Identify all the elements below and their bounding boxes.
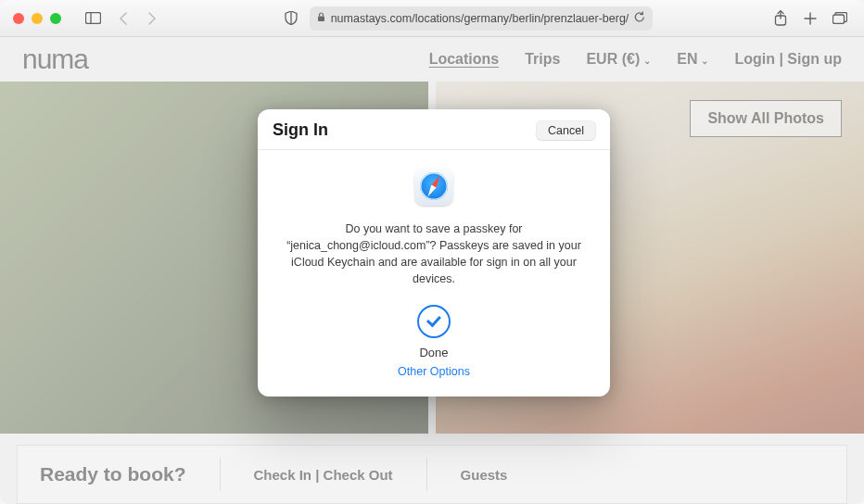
- dialog-header: Sign In Cancel: [258, 109, 610, 150]
- fullscreen-window-icon[interactable]: [50, 13, 61, 24]
- minimize-window-icon[interactable]: [32, 13, 43, 24]
- safari-toolbar: numastays.com/locations/germany/berlin/p…: [0, 0, 864, 37]
- share-icon[interactable]: [769, 7, 792, 30]
- svg-rect-2: [318, 17, 324, 22]
- dialog-message: Do you want to save a passkey for “jenic…: [284, 220, 584, 288]
- passkey-dialog: Sign In Cancel Do you want to save a pas…: [258, 109, 610, 397]
- other-options-link[interactable]: Other Options: [398, 365, 470, 378]
- new-tab-icon[interactable]: [799, 7, 821, 30]
- reload-icon[interactable]: [634, 11, 645, 26]
- forward-button-icon[interactable]: [141, 7, 163, 30]
- success-checkmark-icon: [417, 305, 451, 338]
- address-bar-text: numastays.com/locations/germany/berlin/p…: [331, 12, 629, 25]
- dialog-body: Do you want to save a passkey for “jenic…: [258, 150, 610, 397]
- dialog-title: Sign In: [273, 120, 328, 140]
- tab-overview-icon[interactable]: [829, 7, 851, 30]
- svg-rect-0: [85, 13, 100, 24]
- compass-icon: [420, 172, 448, 200]
- svg-rect-7: [833, 15, 845, 24]
- sidebar-toggle-icon[interactable]: [82, 7, 104, 30]
- cancel-button[interactable]: Cancel: [537, 121, 595, 140]
- privacy-report-icon[interactable]: [280, 7, 302, 30]
- address-bar[interactable]: numastays.com/locations/germany/berlin/p…: [310, 6, 654, 31]
- close-window-icon[interactable]: [13, 13, 24, 24]
- lock-icon: [317, 12, 325, 24]
- window-controls: [13, 13, 61, 24]
- back-button-icon[interactable]: [111, 7, 133, 30]
- safari-app-icon: [414, 167, 453, 206]
- done-label: Done: [419, 346, 448, 359]
